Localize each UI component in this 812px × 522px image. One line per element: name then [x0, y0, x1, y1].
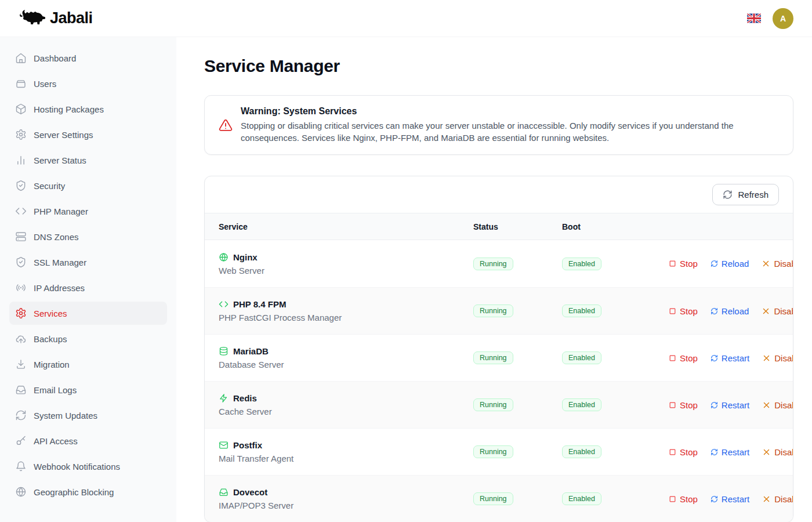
disable-button[interactable]: Disable	[762, 353, 793, 363]
x-icon	[762, 448, 771, 456]
restart-button[interactable]: Restart	[710, 494, 749, 504]
stop-button[interactable]: Stop	[669, 259, 698, 269]
table-row-nginx: Nginx Web Server Running Enabled Stop Re…	[205, 240, 793, 287]
refresh-icon	[723, 190, 733, 200]
sidebar-item-webhook-notifications[interactable]: Webhook Notifications	[9, 455, 167, 478]
package-icon	[15, 103, 27, 115]
stop-button[interactable]: Stop	[669, 494, 698, 504]
user-avatar[interactable]: A	[773, 8, 793, 29]
x-icon	[762, 495, 771, 503]
stop-button[interactable]: Stop	[669, 447, 698, 457]
sidebar-item-label: System Updates	[34, 411, 97, 420]
x-icon	[762, 401, 771, 409]
sidebar-item-label: SSL Manager	[34, 258, 86, 267]
boot-badge: Enabled	[562, 398, 601, 411]
service-name: PHP 8.4 FPM	[233, 299, 286, 309]
sidebar-item-ip-addresses[interactable]: IP Addresses	[9, 276, 167, 299]
x-icon	[762, 307, 770, 316]
home-icon	[15, 52, 27, 64]
restart-button[interactable]: Restart	[710, 447, 749, 457]
sidebar-item-label: PHP Manager	[34, 206, 88, 216]
uk-flag-icon[interactable]	[747, 13, 761, 23]
sidebar-item-hosting-packages[interactable]: Hosting Packages	[9, 97, 167, 121]
zap-icon	[219, 393, 229, 403]
restart-icon	[710, 448, 718, 456]
restart-icon	[710, 495, 718, 503]
sidebar-item-label: Webhook Notifications	[34, 462, 120, 472]
reload-button[interactable]: Reload	[710, 259, 749, 269]
sidebar-item-geographic-blocking[interactable]: Geographic Blocking	[9, 480, 167, 503]
sidebar-item-api-access[interactable]: API Access	[9, 429, 167, 452]
stop-square-icon	[669, 307, 676, 315]
globe-icon	[15, 486, 27, 498]
stop-button[interactable]: Stop	[669, 400, 698, 410]
service-name: Redis	[233, 393, 257, 403]
brand[interactable]: Jabali	[17, 8, 93, 29]
service-description: Database Server	[219, 360, 473, 369]
restart-button[interactable]: Restart	[710, 353, 749, 363]
main-content: Service Manager Warning: System Services…	[176, 37, 812, 522]
disable-button[interactable]: Disable	[762, 400, 793, 410]
sidebar-item-label: Geographic Blocking	[34, 487, 114, 497]
download-icon	[15, 358, 27, 370]
status-badge: Running	[473, 258, 513, 270]
service-name: Dovecot	[233, 487, 267, 497]
globe-icon	[219, 252, 229, 262]
status-badge: Running	[473, 304, 513, 317]
refresh-button[interactable]: Refresh	[712, 184, 779, 205]
sidebar-item-system-updates[interactable]: System Updates	[9, 404, 167, 427]
sidebar-item-label: API Access	[34, 436, 78, 446]
shield-check-icon	[15, 180, 27, 191]
stop-button[interactable]: Stop	[669, 306, 698, 316]
disable-button[interactable]: Disable	[762, 259, 793, 269]
sidebar-item-label: Users	[34, 79, 56, 89]
sidebar: Dashboard Users Hosting Packages Server …	[0, 37, 176, 522]
disable-button[interactable]: Disable	[762, 494, 793, 504]
table-toolbar: Refresh	[205, 176, 793, 213]
refresh-button-label: Refresh	[738, 190, 768, 200]
shield-check-icon	[15, 256, 27, 268]
disable-button[interactable]: Disable	[762, 306, 793, 316]
stop-square-icon	[669, 260, 676, 267]
sidebar-item-migration[interactable]: Migration	[9, 353, 167, 376]
services-table-card: Refresh Service Status Boot Nginx Web Se…	[204, 176, 793, 522]
stop-square-icon	[669, 448, 676, 456]
sidebar-item-label: DNS Zones	[34, 232, 79, 242]
broadcast-icon	[15, 282, 27, 293]
status-badge: Running	[473, 398, 513, 411]
column-header-service: Service	[219, 222, 473, 231]
sidebar-item-services[interactable]: Services	[9, 302, 167, 325]
sidebar-item-label: Server Settings	[34, 130, 93, 140]
sidebar-item-php-manager[interactable]: PHP Manager	[9, 200, 167, 223]
sidebar-item-server-settings[interactable]: Server Settings	[9, 123, 167, 146]
service-description: IMAP/POP3 Server	[219, 501, 473, 510]
service-description: Web Server	[219, 266, 473, 276]
stop-button[interactable]: Stop	[669, 353, 698, 363]
sidebar-item-server-status[interactable]: Server Status	[9, 148, 167, 172]
sidebar-item-dashboard[interactable]: Dashboard	[9, 46, 167, 70]
sidebar-item-ssl-manager[interactable]: SSL Manager	[9, 251, 167, 274]
status-badge: Running	[473, 445, 513, 458]
sidebar-item-email-logs[interactable]: Email Logs	[9, 378, 167, 401]
cloud-upload-icon	[15, 333, 27, 345]
restart-button[interactable]: Restart	[710, 400, 749, 410]
service-description: Cache Server	[219, 407, 473, 416]
sidebar-item-users[interactable]: Users	[9, 72, 167, 95]
boot-badge: Enabled	[562, 304, 601, 317]
reload-button[interactable]: Reload	[710, 306, 749, 316]
sidebar-item-backups[interactable]: Backups	[9, 327, 167, 350]
service-name: Nginx	[233, 252, 258, 262]
table-header-row: Service Status Boot	[205, 213, 793, 240]
table-row-dovecot: Dovecot IMAP/POP3 Server Running Enabled…	[205, 475, 793, 522]
sidebar-item-dns-zones[interactable]: DNS Zones	[9, 225, 167, 248]
warning-triangle-icon	[219, 118, 233, 132]
inbox-icon	[15, 384, 27, 396]
server-stack-icon	[15, 231, 27, 242]
refresh-icon	[15, 409, 27, 421]
sidebar-item-security[interactable]: Security	[9, 174, 167, 197]
column-header-boot: Boot	[562, 222, 669, 231]
page-title: Service Manager	[204, 56, 793, 76]
table-row-redis: Redis Cache Server Running Enabled Stop …	[205, 381, 793, 428]
table-row-postfix: Postfix Mail Transfer Agent Running Enab…	[205, 428, 793, 475]
disable-button[interactable]: Disable	[762, 447, 793, 457]
